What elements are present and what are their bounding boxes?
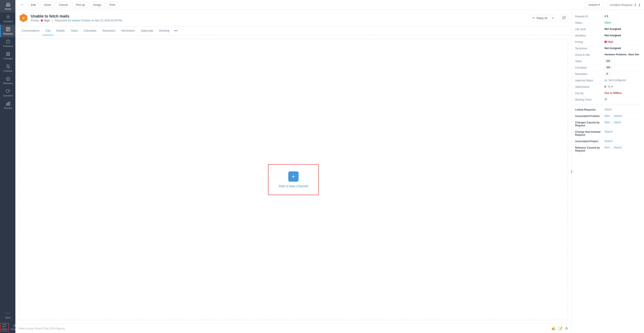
toolbar: ← Edit Close Cancel Pick up Assign Print… [15,0,644,10]
releases-caused-label: Releases Caused by Request [575,146,603,152]
row-workflow: Workflow Not Assigned [575,32,640,39]
svg-text:⚡: ⚡ [21,16,26,20]
svg-point-11 [9,313,10,314]
reminders-label: Reminders [575,72,603,76]
due-by-label: Due By [575,92,603,95]
sidebar-item-requests[interactable]: Requests [0,25,15,37]
sidebar-item-problems[interactable]: Problems [0,37,15,50]
tabs: Conversations Cliq Details Tasks Checkli… [15,26,572,36]
priority-red-dot-icon [604,41,607,43]
sidebar: Home Activities Requests Problems Change… [0,0,15,333]
worklog-timer-label: Worklog Timer [575,98,603,101]
requester-link[interactable]: Heather Graham [72,19,90,22]
collapse-arrow-button[interactable]: ❯ [569,169,574,174]
changes-caused-attach[interactable]: Attach [614,121,621,124]
row-group-site: Group & Site Hardware Problems , Base Si… [575,52,640,58]
sidebar-item-changes[interactable]: Changes [0,50,15,62]
bottom-chats[interactable]: Chats [0,323,9,331]
new-channel-plus-icon: + [288,172,298,182]
associated-problem-new[interactable]: New [604,114,610,118]
change-initiated-search[interactable]: Search [604,130,613,133]
sidebar-item-reports[interactable]: Reports [0,99,15,112]
approval-dot-icon [604,79,607,82]
main-content: ← Edit Close Cancel Pick up Assign Print… [15,0,644,333]
status-label: Status [575,21,603,24]
smart-chat-icons: ✍ 📝 ⚙ [552,326,568,330]
row-reminders: Reminders 0 [575,71,640,77]
changes-caused-actions: New | Attach [604,121,621,124]
row-associated-project: Associated Project Search [575,138,640,144]
releases-caused-new[interactable]: New [604,146,610,149]
tab-resolution[interactable]: Resolution [100,26,118,35]
cancel-button[interactable]: Cancel [56,2,71,8]
row-approval-status: Approval Status Not Configured [575,77,640,84]
tab-details[interactable]: Details [53,26,68,35]
sidebar-item-home[interactable]: Home [0,0,15,12]
row-priority: Priority High [575,39,640,45]
tab-more[interactable]: ••• [172,26,179,35]
tab-worklog[interactable]: Worklog [156,26,172,35]
row-checklists: Checklists 0/0 [575,64,640,71]
smart-chat-icon-1[interactable]: ✍ [552,326,556,330]
reply-all-button[interactable]: Reply All [529,15,550,21]
smart-chat-bar[interactable]: Here is your Smart Chat (Ctrl+Space) ✍ 📝… [15,324,572,333]
pickup-button[interactable]: Pick up [72,2,88,8]
workflow-label: Workflow [575,34,603,37]
tab-checklists[interactable]: Checklists [81,26,100,35]
next-icon[interactable]: ❯ [638,3,640,6]
linked-requests-attach[interactable]: Attach [604,108,612,111]
priority-value: High [604,40,640,43]
new-channel-box[interactable]: + Start a New Channel [268,164,319,195]
smart-chat-icon-3[interactable]: ⚙ [565,326,568,330]
priority-dot-icon [41,20,43,22]
linked-requests-label: Linked Requests [575,108,603,111]
sidebar-item-more[interactable]: More [0,309,15,321]
back-button[interactable]: ← [19,2,26,8]
tab-approvals[interactable]: Approvals [138,26,156,35]
associated-problem-search[interactable]: Search [614,114,622,118]
close-button[interactable]: Close [40,2,54,8]
actions-button[interactable]: Actions ▾ [585,2,603,8]
smart-chat-placeholder: Here is your Smart Chat (Ctrl+Space) [19,327,549,330]
row-changes-caused: Changes Caused by Request New | Attach [575,119,640,129]
sidebar-item-releases[interactable]: Releases [0,74,15,87]
checklists-value: 0/0 [604,66,640,69]
group-site-value: Hardware Problems , Base Site [604,53,640,56]
svg-point-9 [6,313,7,314]
request-header: ⚡ Unable to fetch mails Priority : High … [15,10,572,26]
associated-project-search[interactable]: Search [604,140,613,142]
priority-label: Priority [575,40,603,44]
print-button[interactable]: Print [106,2,118,8]
changes-caused-new[interactable]: New [604,121,610,124]
technician-value: Not Assigned [604,47,640,50]
sidebar-item-activities[interactable]: Activities [0,12,15,25]
paperclip-icon[interactable]: 📎 ▾ [608,85,613,88]
reply-all-dropdown[interactable]: ▾ [550,15,556,21]
sidebar-item-solutions[interactable]: Solutions [0,87,15,99]
request-id-value: # 3 [604,15,640,18]
request-info: Unable to fetch mails Priority : High | … [31,14,526,22]
compose-button[interactable] [560,14,568,22]
worklog-timer-icon[interactable]: ⏱ [604,98,640,101]
attachments-value: 0 📎 ▾ [604,85,640,88]
tab-reminders[interactable]: Reminders [118,26,138,35]
tab-cliq[interactable]: Cliq [42,26,53,35]
associated-problem-actions: New | Search [604,114,622,118]
releases-caused-search[interactable]: Search [614,146,622,149]
tab-conversations[interactable]: Conversations [19,26,42,35]
associated-problem-label: Associated Problem [575,114,603,118]
prev-icon[interactable]: ❮ [634,3,636,6]
svg-rect-7 [8,102,8,105]
new-channel-label: Start a New Channel [279,184,308,188]
technician-label: Technician [575,47,603,50]
incident-request-title: Incident Request [610,3,632,6]
assign-button[interactable]: Assign [90,2,104,8]
svg-point-4 [8,66,8,67]
edit-button[interactable]: Edit [28,2,39,8]
tab-tasks[interactable]: Tasks [68,26,81,35]
sidebar-item-projects[interactable]: Projects [0,62,15,74]
due-by-value: Due in 59Mins [604,92,640,94]
smart-chat-icon-2[interactable]: 📝 [558,326,562,330]
right-panel: Request ID # 3 Status Open Life cycle No… [572,10,644,333]
row-status: Status Open [575,20,640,26]
